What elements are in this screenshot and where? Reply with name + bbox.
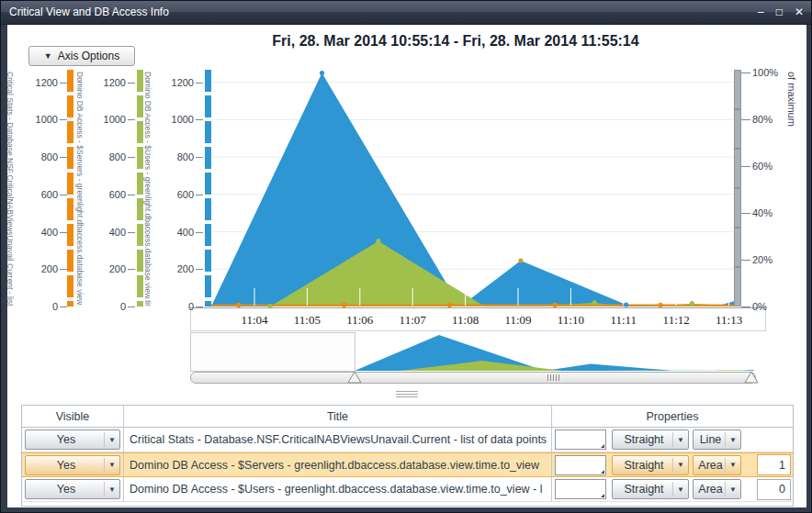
- axis-tick-label: 60%: [752, 161, 793, 172]
- series-table: Visible Title Properties Yes ▼ Critical …: [21, 405, 794, 507]
- axis-tick-label: 800: [95, 151, 126, 162]
- axis-title-critical-stats: Critical Stats - Database.NSF.CriticalNA…: [6, 72, 15, 307]
- axis-tick-label: [196, 83, 203, 84]
- interpolation-dropdown[interactable]: Straight ▼: [612, 429, 689, 450]
- style-dropdown[interactable]: Line ▼: [693, 429, 741, 450]
- axis-tick-label: 1000: [95, 114, 126, 125]
- chevron-down-icon: ▼: [104, 432, 116, 447]
- visible-value: Yes: [57, 483, 75, 496]
- axis-tick-label: 800: [163, 151, 194, 162]
- axis-tick-label: 200: [27, 263, 58, 274]
- x-axis-tick-label: 11:08: [452, 313, 479, 328]
- axis-tick-label: [196, 157, 203, 158]
- visible-dropdown[interactable]: Yes ▼: [25, 455, 120, 475]
- axis-tick-label: [741, 260, 750, 261]
- axis-tick-label: [128, 195, 135, 195]
- axis-options-button[interactable]: ▼ Axis Options: [28, 46, 135, 66]
- axis-tick-label: [128, 83, 135, 84]
- table-footer-strip: [22, 502, 793, 506]
- x-axis-tick-label: 11:06: [346, 313, 373, 328]
- axis-tick-label: 0: [95, 301, 126, 312]
- chevron-down-icon: ▼: [672, 432, 684, 447]
- axis-tick-label: [196, 195, 203, 195]
- axis-tick-label: 1200: [163, 77, 194, 88]
- axis-tick-label: [128, 307, 135, 307]
- x-axis-tick-label: 11:10: [558, 313, 584, 328]
- axis-tick-label: [741, 72, 750, 73]
- chevron-down-icon: ▼: [44, 51, 52, 61]
- axis-tick-label: [128, 269, 135, 270]
- table-row: Yes ▼: [22, 428, 124, 452]
- axis-tick-label: 400: [163, 227, 194, 238]
- axis-tick-label: 40%: [752, 207, 793, 218]
- chevron-down-icon: ▼: [725, 432, 737, 447]
- axis-title-servers: Domino DB Access - $Servers - greenlight…: [75, 72, 85, 307]
- order-input[interactable]: [757, 454, 791, 475]
- axis-tick-label: 400: [27, 227, 58, 238]
- color-swatch-button[interactable]: [555, 479, 606, 499]
- axis-tick-label: [60, 232, 67, 233]
- navigator-right-handle[interactable]: [744, 371, 759, 384]
- axis-tick-label: 600: [27, 189, 58, 200]
- title-bar: Critical View and DB Access Info – □ ✕: [1, 1, 812, 25]
- axis-tick-label: [60, 83, 67, 84]
- splitter-handle[interactable]: [396, 391, 418, 398]
- axis-tick-label: [60, 195, 67, 195]
- style-value: Area: [698, 483, 722, 496]
- axis-tick-label: [196, 269, 203, 270]
- axis-tick-label: [196, 119, 203, 120]
- axis-tick-label: 1200: [27, 77, 58, 88]
- axis-tick-label: 400: [95, 227, 126, 238]
- visible-dropdown[interactable]: Yes ▼: [25, 479, 120, 499]
- axis-tick-label: [128, 157, 135, 158]
- x-axis-tick-label: 11:12: [663, 313, 690, 328]
- axis-tick-label: 1000: [27, 114, 58, 125]
- navigator-thumb-grip[interactable]: [547, 374, 559, 381]
- color-swatch-button[interactable]: [555, 429, 606, 450]
- x-axis-tick-label: 11:07: [400, 313, 426, 328]
- axis-tick-label: [60, 119, 67, 120]
- interpolation-dropdown[interactable]: Straight ▼: [612, 479, 689, 499]
- axis-tick-label: [128, 119, 135, 120]
- percent-axis-bar: [734, 70, 741, 307]
- visible-value: Yes: [57, 459, 75, 472]
- close-button[interactable]: ✕: [795, 1, 804, 24]
- axis-tick-label: 600: [163, 189, 194, 200]
- maximize-button[interactable]: □: [776, 1, 783, 24]
- axis-tick-label: [60, 157, 67, 158]
- x-axis-tick-label: 11:04: [241, 313, 267, 328]
- table-row: Yes ▼: [22, 452, 124, 477]
- axis-title-of-maximum: of maximum: [786, 72, 797, 307]
- window-title: Critical View and DB Access Info: [9, 1, 169, 24]
- axis-tick-label: 1000: [163, 114, 194, 125]
- chevron-down-icon: ▼: [725, 458, 737, 473]
- users-axis-bar: [205, 70, 211, 307]
- axis-tick-label: 600: [95, 189, 126, 200]
- axis-tick-label: [741, 119, 750, 120]
- minimize-button[interactable]: –: [758, 1, 764, 24]
- x-axis-tick-label: 11:13: [716, 313, 742, 328]
- axis-tick-label: [196, 232, 203, 233]
- navigator-scrollbar[interactable]: [190, 372, 756, 384]
- axis-tick-label: [741, 166, 750, 167]
- chevron-down-icon: ▼: [104, 458, 116, 473]
- style-dropdown[interactable]: Area ▼: [693, 455, 741, 475]
- window-controls: – □ ✕: [758, 1, 804, 24]
- swatch-corner-icon: [601, 444, 604, 448]
- axis-title-users: Domino DB Access - $Users - greenlight.d…: [143, 72, 152, 307]
- series-title: Domino DB Access - $Servers - greenlight…: [124, 452, 552, 477]
- style-value: Area: [698, 459, 722, 472]
- visible-dropdown[interactable]: Yes ▼: [25, 429, 120, 450]
- style-value: Line: [700, 433, 722, 446]
- axis-tick-label: 0%: [752, 301, 793, 312]
- column-header-title: Title: [124, 406, 552, 428]
- navigator-unselected-region: [190, 332, 355, 372]
- style-dropdown[interactable]: Area ▼: [693, 479, 741, 499]
- axis-tick-label: 200: [163, 263, 194, 274]
- navigator-left-handle[interactable]: [347, 371, 362, 384]
- color-swatch-button[interactable]: [555, 455, 606, 475]
- interpolation-dropdown[interactable]: Straight ▼: [612, 455, 689, 475]
- axis-tick-label: [128, 232, 135, 233]
- axis-options-label: Axis Options: [58, 50, 119, 62]
- order-input[interactable]: [757, 479, 791, 500]
